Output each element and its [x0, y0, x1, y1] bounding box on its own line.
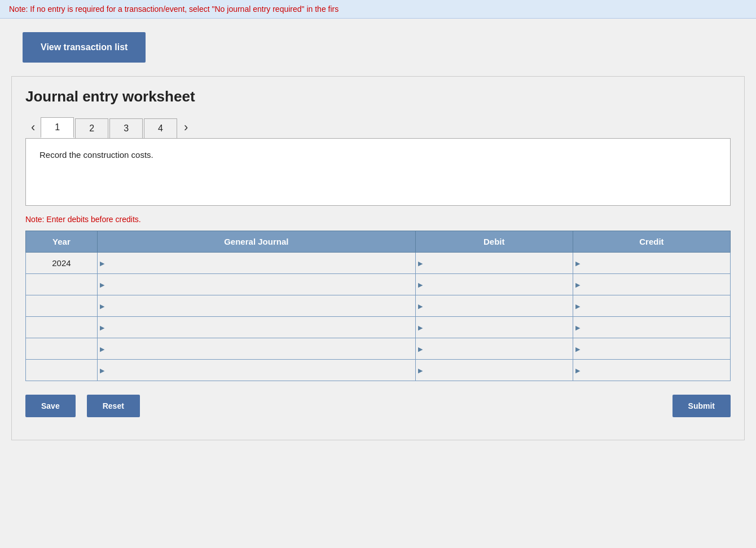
- year-cell-2: [26, 295, 98, 317]
- table-row: [26, 295, 731, 317]
- debit-cell-5: [415, 360, 573, 381]
- worksheet-title: Journal entry worksheet: [25, 88, 731, 105]
- tab-1[interactable]: 1: [41, 117, 74, 138]
- credit-cell-4: [573, 338, 730, 360]
- credit-cell-3: [573, 317, 730, 338]
- journal-cell-5: [97, 360, 415, 381]
- debit-cell-4: [415, 338, 573, 360]
- tab-prev-button[interactable]: ‹: [25, 117, 41, 138]
- debit-input-1[interactable]: [416, 274, 573, 295]
- journal-input-4[interactable]: [98, 338, 415, 359]
- bottom-buttons-row: Save Reset Submit: [25, 395, 731, 417]
- debit-cell-0: [415, 253, 573, 274]
- reset-button[interactable]: Reset: [87, 395, 140, 417]
- year-cell-5: [26, 360, 98, 381]
- credit-input-5[interactable]: [573, 360, 730, 381]
- instruction-text: Record the construction costs.: [39, 150, 153, 160]
- debit-input-0[interactable]: [416, 253, 573, 273]
- journal-cell-1: [97, 274, 415, 295]
- credit-input-3[interactable]: [573, 317, 730, 338]
- debit-input-2[interactable]: [416, 295, 573, 316]
- table-row: [26, 274, 731, 295]
- save-button[interactable]: Save: [25, 395, 76, 417]
- journal-input-3[interactable]: [98, 317, 415, 338]
- note-debits: Note: Enter debits before credits.: [25, 215, 731, 224]
- credit-cell-0: [573, 253, 730, 274]
- credit-cell-1: [573, 274, 730, 295]
- journal-input-5[interactable]: [98, 360, 415, 381]
- journal-input-2[interactable]: [98, 295, 415, 316]
- table-row: 2024: [26, 253, 731, 274]
- year-cell-3: [26, 317, 98, 338]
- credit-cell-5: [573, 360, 730, 381]
- journal-input-1[interactable]: [98, 274, 415, 295]
- col-header-general-journal: General Journal: [97, 231, 415, 253]
- table-row: [26, 360, 731, 381]
- col-header-year: Year: [26, 231, 98, 253]
- debit-input-4[interactable]: [416, 338, 573, 359]
- journal-cell-0: [97, 253, 415, 274]
- year-cell-0: 2024: [26, 253, 98, 274]
- credit-input-4[interactable]: [573, 338, 730, 359]
- submit-button[interactable]: Submit: [673, 395, 731, 417]
- top-note-text: Note: If no entry is required for a tran…: [9, 5, 339, 14]
- tab-3[interactable]: 3: [109, 118, 143, 138]
- debit-cell-3: [415, 317, 573, 338]
- table-row: [26, 338, 731, 360]
- view-transaction-button[interactable]: View transaction list: [23, 32, 146, 63]
- credit-input-2[interactable]: [573, 295, 730, 316]
- worksheet-container: Journal entry worksheet ‹ 1 2 3 4 › Reco…: [11, 76, 745, 440]
- journal-cell-4: [97, 338, 415, 360]
- credit-input-1[interactable]: [573, 274, 730, 295]
- tab-next-button[interactable]: ›: [178, 117, 194, 138]
- journal-table: Year General Journal Debit Credit 2024: [25, 231, 731, 381]
- debit-cell-1: [415, 274, 573, 295]
- credit-input-0[interactable]: [573, 253, 730, 273]
- instruction-box: Record the construction costs.: [25, 138, 731, 206]
- credit-cell-2: [573, 295, 730, 317]
- col-header-debit: Debit: [415, 231, 573, 253]
- debit-cell-2: [415, 295, 573, 317]
- journal-cell-3: [97, 317, 415, 338]
- tab-4[interactable]: 4: [144, 118, 177, 138]
- year-cell-4: [26, 338, 98, 360]
- debit-input-5[interactable]: [416, 360, 573, 381]
- year-cell-1: [26, 274, 98, 295]
- tab-2[interactable]: 2: [75, 118, 108, 138]
- journal-cell-2: [97, 295, 415, 317]
- table-row: [26, 317, 731, 338]
- top-note-bar: Note: If no entry is required for a tran…: [0, 0, 756, 19]
- col-header-credit: Credit: [573, 231, 730, 253]
- journal-input-0[interactable]: [98, 253, 415, 273]
- debit-input-3[interactable]: [416, 317, 573, 338]
- tabs-row: ‹ 1 2 3 4 ›: [25, 117, 731, 138]
